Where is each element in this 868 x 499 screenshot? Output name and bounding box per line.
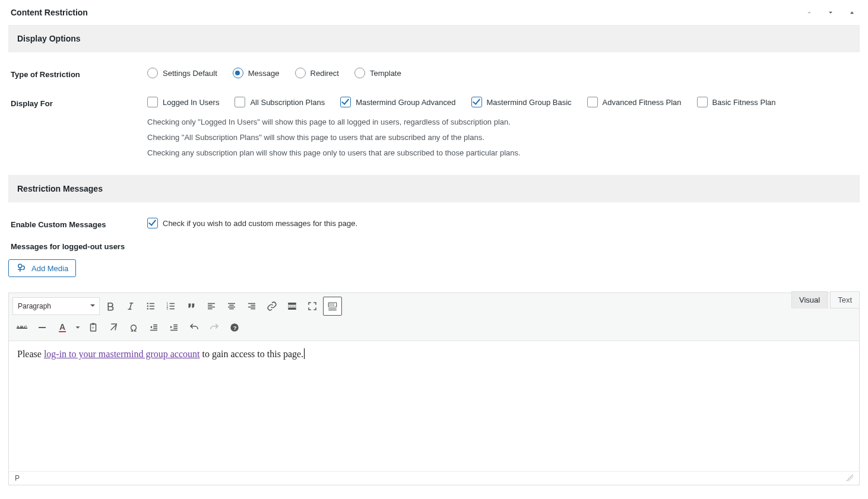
outdent-button[interactable]	[144, 318, 163, 337]
panel-title: Content Restriction	[11, 8, 88, 17]
align-center-button[interactable]	[222, 297, 241, 316]
paste-text-button[interactable]: T	[84, 318, 103, 337]
check-label: All Subscription Plans	[250, 98, 325, 107]
check-mastermind-advanced[interactable]: Mastermind Group Advanced	[340, 97, 455, 107]
label-enable-custom: Enable Custom Messages	[11, 218, 147, 229]
check-enable-custom[interactable]: Check if you wish to add custom messages…	[147, 218, 857, 228]
svg-rect-7	[288, 303, 296, 305]
tab-text[interactable]: Text	[830, 291, 860, 309]
hr-button[interactable]	[33, 318, 52, 337]
indent-button[interactable]	[164, 318, 183, 337]
help-line: Checking "All Subscription Plans" will s…	[147, 130, 857, 145]
text-color-dropdown[interactable]	[73, 318, 83, 337]
svg-text:T: T	[92, 326, 94, 330]
checkbox-icon	[147, 97, 158, 107]
radio-icon	[295, 68, 306, 78]
add-media-label: Add Media	[31, 264, 68, 273]
special-char-button[interactable]	[124, 318, 143, 337]
read-more-button[interactable]	[283, 297, 302, 316]
text-color-button[interactable]: A	[53, 318, 72, 337]
add-media-button[interactable]: Add Media	[8, 259, 76, 277]
toolbar-toggle-button[interactable]	[323, 297, 342, 316]
content-link[interactable]: log-in to your mastermind group account	[44, 349, 200, 359]
link-button[interactable]	[262, 297, 281, 316]
content-text: Please	[17, 349, 44, 359]
check-mastermind-basic[interactable]: Mastermind Group Basic	[471, 97, 572, 107]
svg-text:?: ?	[233, 325, 237, 331]
clear-format-button[interactable]	[104, 318, 123, 337]
panel-controls	[804, 7, 857, 18]
svg-point-0	[18, 264, 22, 268]
field-enable-custom: Enable Custom Messages Check if you wish…	[8, 214, 860, 237]
radio-label: Settings Default	[163, 69, 217, 78]
move-down-icon[interactable]	[825, 7, 836, 18]
svg-rect-9	[328, 303, 337, 307]
section-display-options: Display Options	[8, 25, 860, 52]
check-group-display-for: Logged In Users All Subscription Plans M…	[147, 97, 857, 107]
move-up-icon[interactable]	[804, 7, 815, 18]
radio-label: Template	[370, 69, 401, 78]
radio-template[interactable]: Template	[354, 68, 401, 78]
help-button[interactable]: ?	[225, 318, 244, 337]
svg-point-1	[147, 303, 148, 304]
checkbox-icon	[340, 97, 351, 107]
editor-toolbar: Paragraph 123 ABC	[9, 293, 859, 341]
field-display-for: Display For Logged In Users All Subscrip…	[8, 93, 860, 175]
undo-button[interactable]	[185, 318, 204, 337]
editor-tabs: Visual Text	[791, 291, 860, 309]
radio-label: Redirect	[311, 69, 339, 78]
radio-label: Message	[248, 69, 280, 78]
radio-group-type: Settings Default Message Redirect Templa…	[147, 68, 857, 78]
fullscreen-button[interactable]	[303, 297, 322, 316]
checkbox-icon	[471, 97, 482, 107]
panel-header: Content Restriction	[8, 4, 860, 25]
strikethrough-button[interactable]: ABC	[12, 318, 31, 337]
svg-rect-8	[288, 307, 296, 310]
radio-icon	[354, 68, 365, 78]
check-label: Mastermind Group Basic	[487, 98, 572, 107]
radio-redirect[interactable]: Redirect	[295, 68, 339, 78]
collapse-icon[interactable]	[847, 7, 857, 18]
check-label: Advanced Fitness Plan	[603, 98, 682, 107]
field-type-of-restriction: Type of Restriction Settings Default Mes…	[8, 64, 860, 93]
number-list-button[interactable]: 123	[161, 297, 180, 316]
media-icon	[16, 263, 27, 274]
text-cursor	[304, 348, 305, 359]
check-label: Check if you wish to add custom messages…	[163, 219, 357, 228]
help-line: Checking only "Logged In Users" will sho…	[147, 115, 857, 130]
checkbox-icon	[147, 218, 158, 228]
redo-button[interactable]	[205, 318, 224, 337]
messages-logged-out-heading: Messages for logged-out users	[8, 237, 860, 259]
editor-content[interactable]: Please log-in to your mastermind group a…	[9, 341, 859, 471]
label-display-for: Display For	[11, 97, 147, 108]
content-text: to gain access to this page.	[199, 349, 303, 359]
checkbox-icon	[235, 97, 245, 107]
check-label: Basic Fitness Plan	[712, 98, 776, 107]
check-basic-fitness[interactable]: Basic Fitness Plan	[697, 97, 776, 107]
check-label: Mastermind Group Advanced	[356, 98, 455, 107]
radio-settings-default[interactable]: Settings Default	[147, 68, 217, 78]
align-left-button[interactable]	[202, 297, 221, 316]
help-text: Checking only "Logged In Users" will sho…	[147, 115, 857, 161]
editor-statusbar: P	[9, 471, 859, 485]
section-restriction-messages: Restriction Messages	[8, 175, 860, 202]
editor: Visual Text Paragraph 123	[8, 293, 860, 485]
radio-message[interactable]: Message	[233, 68, 280, 78]
checkbox-icon	[587, 97, 598, 107]
align-right-button[interactable]	[242, 297, 261, 316]
check-advanced-fitness[interactable]: Advanced Fitness Plan	[587, 97, 682, 107]
check-all-plans[interactable]: All Subscription Plans	[235, 97, 325, 107]
label-type-of-restriction: Type of Restriction	[11, 68, 147, 79]
resize-handle-icon[interactable]	[846, 474, 853, 481]
format-select[interactable]: Paragraph	[12, 297, 100, 315]
blockquote-button[interactable]	[182, 297, 201, 316]
check-logged-in-users[interactable]: Logged In Users	[147, 97, 219, 107]
bullet-list-button[interactable]	[141, 297, 160, 316]
help-line: Checking any subscription plan will show…	[147, 145, 857, 161]
svg-point-3	[147, 308, 148, 309]
tab-visual[interactable]: Visual	[791, 291, 828, 309]
bold-button[interactable]	[101, 297, 120, 316]
italic-button[interactable]	[121, 297, 140, 316]
radio-icon	[233, 68, 243, 78]
svg-point-2	[147, 306, 148, 307]
